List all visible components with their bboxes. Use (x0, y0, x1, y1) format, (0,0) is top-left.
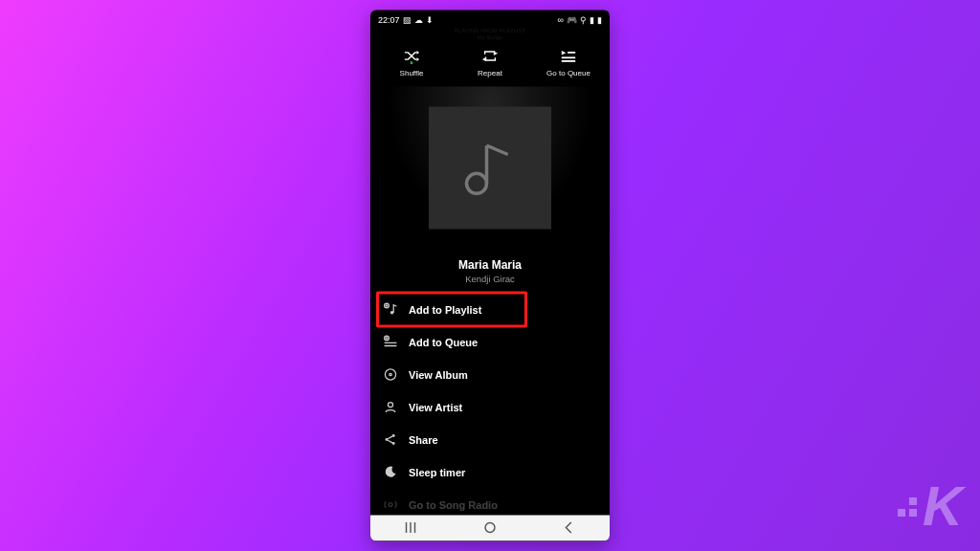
svg-marker-1 (416, 58, 419, 62)
link-icon: ∞ (558, 14, 564, 24)
go-to-queue-button[interactable]: Go to Queue (542, 48, 595, 77)
svg-marker-4 (482, 58, 486, 62)
context-menu: Add to Playlist Add to Queue View Album … (370, 293, 610, 515)
nav-recent-button[interactable] (397, 519, 424, 537)
menu-label: Share (409, 433, 438, 445)
status-time: 22:07 (378, 14, 400, 24)
shuffle-label: Shuffle (400, 69, 424, 77)
brand-logo: K (898, 474, 959, 538)
nav-back-button[interactable] (556, 519, 583, 537)
menu-label: View Album (409, 368, 468, 380)
menu-item-add-to-playlist[interactable]: Add to Playlist (370, 293, 610, 325)
album-art (429, 107, 551, 230)
svg-point-25 (485, 523, 495, 533)
song-meta: Maria Maria Kendji Girac (370, 250, 610, 293)
menu-item-song-radio[interactable]: Go to Song Radio (370, 488, 610, 515)
svg-marker-3 (495, 52, 499, 55)
shuffle-button[interactable]: Shuffle (385, 48, 438, 77)
svg-point-17 (388, 402, 392, 407)
album-area (370, 87, 610, 251)
playlist-name: My Songs (478, 33, 503, 39)
wifi-icon: ⚲ (580, 14, 587, 24)
svg-marker-0 (416, 51, 419, 55)
menu-item-view-artist[interactable]: View Artist (370, 390, 610, 423)
battery-icon: ▮ (597, 14, 602, 24)
menu-label: Add to Queue (409, 336, 478, 347)
view-artist-icon (382, 398, 399, 415)
signal-icon: ▮ (590, 14, 594, 24)
context-line: PLAYING FROM PLAYLIST (455, 27, 525, 33)
go-to-queue-label: Go to Queue (546, 69, 590, 77)
menu-item-add-to-queue[interactable]: Add to Queue (370, 325, 610, 358)
add-to-playlist-icon (382, 300, 399, 318)
svg-marker-5 (562, 51, 567, 55)
status-bar: 22:07 ▧ ☁ ⬇ ∞ 🎮 ⚲ ▮ ▮ (370, 11, 610, 28)
svg-point-9 (467, 174, 487, 194)
svg-point-15 (385, 369, 395, 380)
phone-frame: 22:07 ▧ ☁ ⬇ ∞ 🎮 ⚲ ▮ ▮ PLAYING FROM PLAYL… (370, 11, 610, 541)
download-icon: ⬇ (426, 14, 434, 24)
android-nav-bar (370, 515, 610, 540)
repeat-button[interactable]: Repeat (463, 48, 517, 77)
svg-rect-8 (562, 60, 575, 62)
menu-item-share[interactable]: Share (370, 423, 610, 455)
svg-line-11 (487, 146, 508, 155)
radio-icon (382, 496, 399, 513)
add-to-queue-icon (382, 333, 399, 350)
share-icon (382, 430, 399, 448)
shuffle-icon (403, 48, 420, 65)
song-title: Maria Maria (370, 257, 610, 271)
svg-point-16 (390, 373, 391, 375)
menu-label: Add to Playlist (409, 303, 481, 315)
menu-label: Sleep timer (409, 466, 465, 477)
top-actions: Shuffle Repeat Go to Queue (370, 40, 610, 87)
brand-letter: K (923, 474, 959, 538)
menu-item-view-album[interactable]: View Album (370, 358, 610, 390)
svg-point-2 (411, 61, 413, 64)
repeat-label: Repeat (478, 69, 502, 77)
cloud-icon: ☁ (414, 14, 423, 24)
song-artist: Kendji Girac (370, 273, 610, 283)
sleep-timer-icon (382, 463, 399, 480)
view-album-icon (382, 365, 399, 383)
queue-icon (560, 48, 577, 65)
music-note-icon (457, 135, 523, 202)
svg-rect-6 (568, 52, 575, 54)
menu-item-sleep-timer[interactable]: Sleep timer (370, 455, 610, 488)
menu-label: View Artist (409, 401, 462, 412)
repeat-icon (481, 48, 499, 65)
nav-home-button[interactable] (477, 519, 503, 537)
header-dim: PLAYING FROM PLAYLIST My Songs (370, 27, 610, 40)
svg-point-18 (386, 438, 389, 441)
controller-icon: 🎮 (567, 14, 577, 24)
image-icon: ▧ (403, 14, 412, 24)
menu-label: Go to Song Radio (409, 498, 498, 510)
svg-point-21 (389, 502, 392, 506)
svg-rect-7 (562, 57, 575, 59)
